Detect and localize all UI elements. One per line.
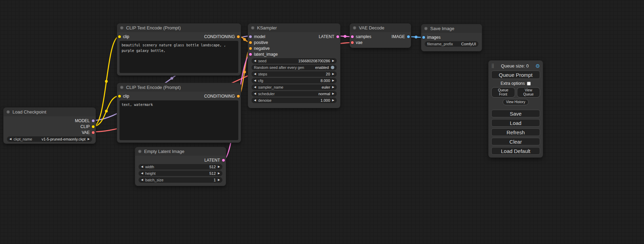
arrow-left-icon[interactable]: ◀ — [141, 179, 143, 181]
node-title-bar[interactable]: Empty Latent Image — [135, 147, 226, 156]
arrow-right-icon[interactable]: ▶ — [218, 172, 220, 175]
widget-random-seed-toggle[interactable]: Random seed after every gen enabled — [252, 65, 337, 70]
node-ksampler[interactable]: KSampler model LATENT positive — [248, 24, 340, 108]
refresh-button[interactable]: Refresh — [491, 128, 540, 136]
arrow-right-icon[interactable]: ▶ — [332, 79, 334, 82]
prompt-textarea[interactable]: text, watermark — [120, 100, 238, 140]
widget-seed[interactable]: ◀ seed 156680208700286 ▶ — [252, 58, 337, 64]
widget-sampler-name[interactable]: ◀ sampler_name euler ▶ — [252, 84, 337, 90]
node-empty-latent-image[interactable]: Empty Latent Image LATENT ◀ width 512 ▶ … — [135, 147, 226, 186]
toggle-knob[interactable] — [331, 66, 334, 69]
arrow-right-icon[interactable]: ▶ — [332, 99, 334, 102]
settings-gear-icon[interactable]: ⚙ — [536, 63, 540, 69]
port-clip-output[interactable] — [92, 125, 95, 128]
clear-button[interactable]: Clear — [491, 138, 540, 145]
collapse-dot-icon[interactable] — [120, 86, 123, 89]
port-latent-output[interactable] — [336, 35, 339, 38]
collapse-dot-icon[interactable] — [7, 110, 10, 114]
widget-value: v1-5-pruned-emaonly.ckpt — [42, 137, 86, 141]
arrow-right-icon[interactable]: ▶ — [332, 60, 334, 62]
node-clip-text-encode-positive[interactable]: CLIP Text Encode (Prompt) clip CONDITION… — [117, 24, 241, 75]
collapse-dot-icon[interactable] — [120, 26, 123, 29]
node-title-bar[interactable]: VAE Decode — [350, 24, 411, 32]
node-title-bar[interactable]: CLIP Text Encode (Prompt) — [117, 83, 241, 92]
view-history-button[interactable]: View History — [503, 99, 529, 105]
queue-prompt-button[interactable]: Queue Prompt — [491, 71, 540, 79]
arrow-right-icon[interactable]: ▶ — [332, 73, 334, 75]
node-title-bar[interactable]: Load Checkpoint — [3, 108, 96, 116]
widget-cfg[interactable]: ◀ cfg 8.000 ▶ — [252, 78, 337, 83]
widget-denoise[interactable]: ◀ denoise 1.000 ▶ — [252, 98, 337, 103]
arrow-right-icon[interactable]: ▶ — [332, 92, 334, 95]
port-latent-output[interactable] — [222, 159, 225, 162]
port-clip-input[interactable] — [118, 35, 121, 38]
arrow-right-icon[interactable]: ▶ — [218, 179, 220, 181]
load-button[interactable]: Load — [491, 119, 540, 127]
input-label: images — [427, 35, 441, 40]
node-title-bar[interactable]: CLIP Text Encode (Prompt) — [117, 24, 241, 32]
node-graph-canvas[interactable]: Load Checkpoint MODEL CLIP VAE — [0, 0, 644, 244]
port-positive-input[interactable] — [249, 41, 252, 44]
widget-width[interactable]: ◀ width 512 ▶ — [139, 164, 222, 170]
drag-handle-icon[interactable]: ⣿ — [491, 63, 494, 68]
widget-name: scheduler — [258, 92, 275, 96]
port-row: clip CONDITIONING — [117, 93, 241, 99]
port-image-output[interactable] — [407, 35, 410, 38]
widget-batch-size[interactable]: ◀ batch_size 1 ▶ — [139, 177, 222, 183]
collapse-dot-icon[interactable] — [251, 26, 254, 29]
save-button[interactable]: Save — [491, 110, 540, 117]
port-latent-image-input[interactable] — [249, 53, 252, 56]
arrow-left-icon[interactable]: ◀ — [254, 86, 256, 89]
arrow-right-icon[interactable]: ▶ — [218, 165, 220, 168]
arrow-left-icon[interactable]: ◀ — [254, 99, 256, 102]
widget-height[interactable]: ◀ height 512 ▶ — [139, 171, 222, 176]
widget-steps[interactable]: ◀ steps 20 ▶ — [252, 71, 337, 77]
widget-filename-prefix[interactable]: filename_prefix ComfyUI — [425, 41, 478, 47]
input-label: model — [254, 34, 265, 39]
node-vae-decode[interactable]: VAE Decode samples IMAGE vae — [350, 24, 411, 48]
collapse-dot-icon[interactable] — [424, 27, 427, 30]
view-queue-button[interactable]: View Queue — [517, 87, 540, 98]
collapse-dot-icon[interactable] — [353, 26, 356, 29]
prompt-textarea[interactable]: beautiful scenery nature glass bottle la… — [120, 41, 238, 73]
port-conditioning-output[interactable] — [237, 95, 240, 98]
widget-name: sampler_name — [258, 85, 283, 89]
port-clip-input[interactable] — [118, 95, 121, 98]
node-clip-text-encode-negative[interactable]: CLIP Text Encode (Prompt) clip CONDITION… — [117, 83, 241, 143]
arrow-left-icon[interactable]: ◀ — [254, 73, 256, 75]
widget-name: width — [145, 165, 154, 169]
output-label: CONDITIONING — [204, 34, 235, 39]
arrow-left-icon[interactable]: ◀ — [141, 172, 143, 175]
arrow-right-icon[interactable]: ▶ — [88, 138, 90, 141]
port-vae-output[interactable] — [92, 131, 95, 134]
port-model-input[interactable] — [249, 35, 252, 38]
extra-options-checkbox[interactable] — [527, 82, 531, 85]
port-model-output[interactable] — [92, 119, 95, 122]
queue-front-button[interactable]: Queue Front — [491, 87, 515, 98]
port-conditioning-output[interactable] — [237, 35, 240, 38]
widget-scheduler[interactable]: ◀ scheduler normal ▶ — [252, 91, 337, 97]
arrow-left-icon[interactable]: ◀ — [9, 138, 11, 141]
input-label: clip — [123, 94, 129, 99]
port-samples-input[interactable] — [351, 35, 354, 38]
collapse-dot-icon[interactable] — [138, 150, 141, 153]
arrow-left-icon[interactable]: ◀ — [254, 60, 256, 62]
port-images-input[interactable] — [422, 36, 425, 39]
node-title-bar[interactable]: KSampler — [248, 24, 340, 32]
port-vae-input[interactable] — [351, 41, 354, 44]
arrow-right-icon[interactable]: ▶ — [332, 86, 334, 89]
load-default-button[interactable]: Load Default — [491, 147, 540, 155]
widget-ckpt-name[interactable]: ◀ ckpt_name v1-5-pruned-emaonly.ckpt ▶ — [7, 136, 92, 142]
port-row: CLIP — [3, 124, 96, 129]
wire-midpoint-dot — [105, 110, 108, 112]
port-negative-input[interactable] — [249, 47, 252, 50]
node-title: KSampler — [257, 25, 277, 30]
comfy-menu-panel[interactable]: ⣿ Queue size: 0 ⚙ Queue Prompt Extra opt… — [488, 61, 543, 157]
node-load-checkpoint[interactable]: Load Checkpoint MODEL CLIP VAE — [3, 108, 96, 144]
widget-name: batch_size — [145, 178, 164, 182]
node-title-bar[interactable]: Save Image — [421, 24, 482, 33]
arrow-left-icon[interactable]: ◀ — [254, 92, 256, 95]
arrow-left-icon[interactable]: ◀ — [141, 165, 143, 168]
node-save-image[interactable]: Save Image images filename_prefix ComfyU… — [421, 24, 482, 51]
arrow-left-icon[interactable]: ◀ — [254, 79, 256, 82]
